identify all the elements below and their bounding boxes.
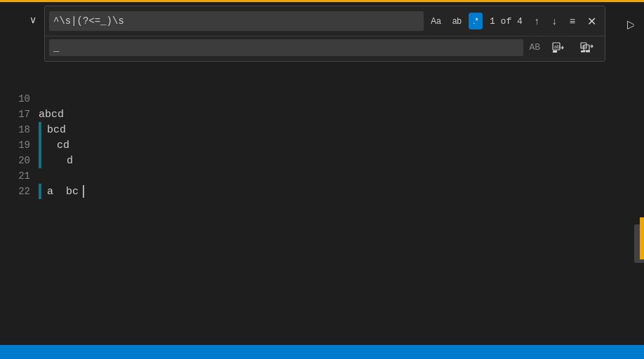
selection-bar xyxy=(39,122,41,137)
text-cursor xyxy=(83,185,84,198)
find-prev-button[interactable]: ↑ xyxy=(530,13,544,29)
match-whole-word-button[interactable]: ab xyxy=(448,13,466,29)
find-close-button[interactable]: ✕ xyxy=(583,13,601,29)
line-content: d xyxy=(67,155,73,167)
selection-bar xyxy=(39,137,41,153)
line-content: abcd xyxy=(39,109,64,121)
line-number: 10 xyxy=(0,93,39,104)
editor-lines: 10 17 abcd 18 bcd 19 cd 20 d xyxy=(0,91,644,199)
replace-ab-label: AB xyxy=(526,42,543,53)
replace-all-icon: ab xyxy=(580,42,594,53)
table-row: 20 d xyxy=(0,153,644,168)
line-number: 21 xyxy=(0,170,39,182)
selection-bar xyxy=(39,153,41,168)
find-row: Aa ab .* 1 of 4 ↑ ↓ ≡ ✕ xyxy=(45,6,605,36)
line-number: 22 xyxy=(0,186,39,197)
line-content: bcd xyxy=(47,124,66,136)
status-bar xyxy=(0,345,644,359)
match-case-button[interactable]: Aa xyxy=(427,13,445,29)
match-count: 1 of 4 xyxy=(485,16,527,27)
scrollbar-track[interactable] xyxy=(634,0,644,359)
line-number: 17 xyxy=(0,109,39,120)
line-number: 19 xyxy=(0,140,39,151)
table-row: 10 xyxy=(0,91,644,107)
svg-rect-6 xyxy=(581,50,585,53)
minimap-accent xyxy=(640,217,644,259)
table-row: 22 a bc xyxy=(0,184,644,199)
find-next-button[interactable]: ↓ xyxy=(547,13,562,29)
table-row: 17 abcd xyxy=(0,107,644,122)
search-input[interactable] xyxy=(49,11,424,31)
use-regex-button[interactable]: .* xyxy=(469,13,483,29)
top-accent-bar xyxy=(0,0,644,2)
line-number: 20 xyxy=(0,155,39,166)
svg-text:ab: ab xyxy=(582,43,586,48)
table-row: 18 bcd xyxy=(0,122,644,137)
line-number: 18 xyxy=(0,124,39,135)
table-row: 21 xyxy=(0,168,644,184)
replace-one-icon: ab xyxy=(552,42,565,53)
selection-bar xyxy=(39,184,41,199)
replace-row: AB ab ab xyxy=(45,36,605,61)
replace-one-button[interactable]: ab xyxy=(546,40,571,55)
line-content: cd xyxy=(57,140,69,151)
replace-all-button[interactable]: ab xyxy=(574,40,601,55)
svg-rect-2 xyxy=(553,50,557,53)
table-row: 19 cd xyxy=(0,137,644,153)
svg-rect-7 xyxy=(586,50,590,53)
find-menu-button[interactable]: ≡ xyxy=(565,13,580,29)
replace-input[interactable] xyxy=(49,39,523,56)
svg-text:ab: ab xyxy=(554,44,560,49)
find-widget: Aa ab .* 1 of 4 ↑ ↓ ≡ ✕ AB ab ab xyxy=(44,6,605,62)
line-content: a bc xyxy=(47,186,79,198)
